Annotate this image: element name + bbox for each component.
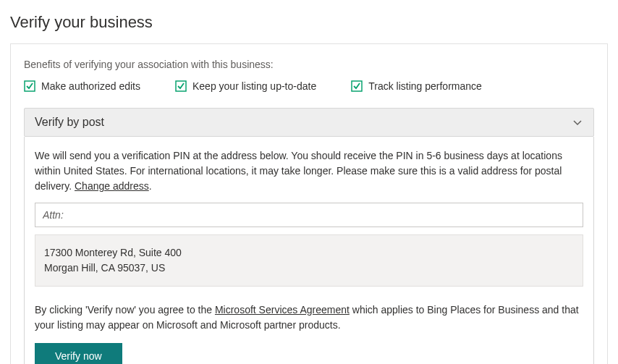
verify-by-post-body: We will send you a verification PIN at t… (24, 137, 594, 364)
change-address-link[interactable]: Change address (75, 180, 149, 192)
check-icon (24, 80, 35, 92)
check-icon (351, 80, 363, 92)
benefits-label: Benefits of verifying your association w… (24, 59, 594, 70)
benefit-item-uptodate: Keep your listing up-to-date (175, 80, 316, 92)
svg-rect-2 (352, 81, 362, 91)
verification-panel: Benefits of verifying your association w… (10, 43, 608, 364)
benefit-item-edits: Make authorized edits (24, 80, 140, 92)
benefits-row: Make authorized edits Keep your listing … (24, 80, 594, 92)
address-block: 17300 Monterey Rd, Suite 400 Morgan Hill… (35, 234, 583, 287)
benefit-text: Keep your listing up-to-date (192, 80, 316, 92)
attn-input[interactable] (35, 203, 583, 227)
accordion-title: Verify by post (35, 116, 104, 129)
verify-now-button[interactable]: Verify now (35, 343, 122, 364)
agreement-pre: By clicking 'Verify now' you agree to th… (35, 304, 215, 316)
svg-rect-1 (176, 81, 186, 91)
address-line1: 17300 Monterey Rd, Suite 400 (44, 245, 574, 261)
benefit-text: Make authorized edits (41, 80, 140, 92)
address-line2: Morgan Hill, CA 95037, US (44, 261, 574, 276)
chevron-down-icon (572, 117, 583, 128)
page-title: Verify your business (0, 0, 618, 43)
benefit-text: Track listing performance (368, 80, 482, 92)
svg-rect-0 (25, 81, 35, 91)
verify-by-post-header[interactable]: Verify by post (24, 108, 594, 137)
services-agreement-link[interactable]: Microsoft Services Agreement (215, 304, 350, 316)
check-icon (175, 80, 187, 92)
agreement-text: By clicking 'Verify now' you agree to th… (35, 302, 583, 333)
verification-description: We will send you a verification PIN at t… (35, 148, 583, 194)
benefit-item-track: Track listing performance (351, 80, 482, 92)
